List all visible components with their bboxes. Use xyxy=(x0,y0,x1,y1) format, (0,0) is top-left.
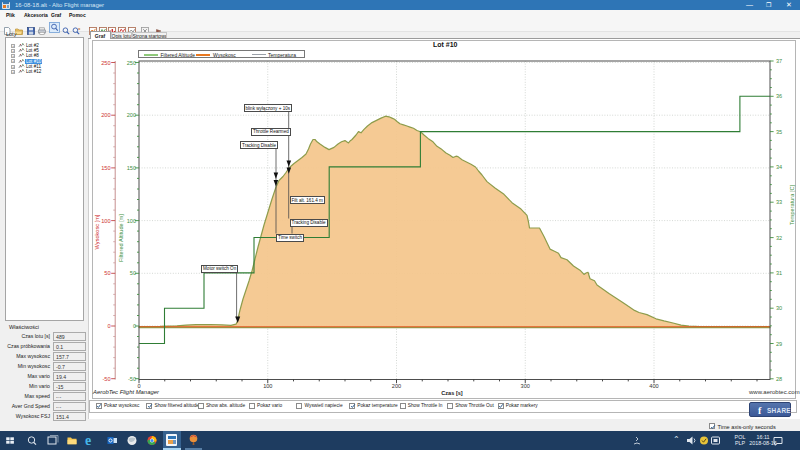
svg-text:35: 35 xyxy=(776,129,782,135)
svg-text:37: 37 xyxy=(776,58,782,64)
svg-text:200: 200 xyxy=(101,112,110,118)
svg-text:-50: -50 xyxy=(102,376,110,382)
svg-text:34: 34 xyxy=(776,164,782,170)
svg-text:250: 250 xyxy=(101,60,110,66)
svg-text:29: 29 xyxy=(776,341,782,347)
svg-text:-50: -50 xyxy=(128,376,136,382)
svg-text:28: 28 xyxy=(776,376,782,382)
svg-text:30: 30 xyxy=(776,305,782,311)
svg-text:400: 400 xyxy=(649,383,658,389)
svg-text:32: 32 xyxy=(776,235,782,241)
svg-text:200: 200 xyxy=(392,383,401,389)
svg-text:150: 150 xyxy=(127,165,136,171)
svg-text:250: 250 xyxy=(127,60,136,66)
svg-text:50: 50 xyxy=(104,270,110,276)
svg-text:100: 100 xyxy=(101,218,110,224)
svg-text:150: 150 xyxy=(101,165,110,171)
svg-text:100: 100 xyxy=(263,383,272,389)
svg-text:36: 36 xyxy=(776,93,782,99)
svg-text:31: 31 xyxy=(776,270,782,276)
svg-text:0: 0 xyxy=(133,323,136,329)
svg-text:200: 200 xyxy=(127,112,136,118)
svg-text:100: 100 xyxy=(127,218,136,224)
svg-text:0: 0 xyxy=(107,323,110,329)
svg-text:300: 300 xyxy=(521,383,530,389)
svg-text:50: 50 xyxy=(130,270,136,276)
svg-text:0: 0 xyxy=(137,383,140,389)
svg-text:33: 33 xyxy=(776,199,782,205)
